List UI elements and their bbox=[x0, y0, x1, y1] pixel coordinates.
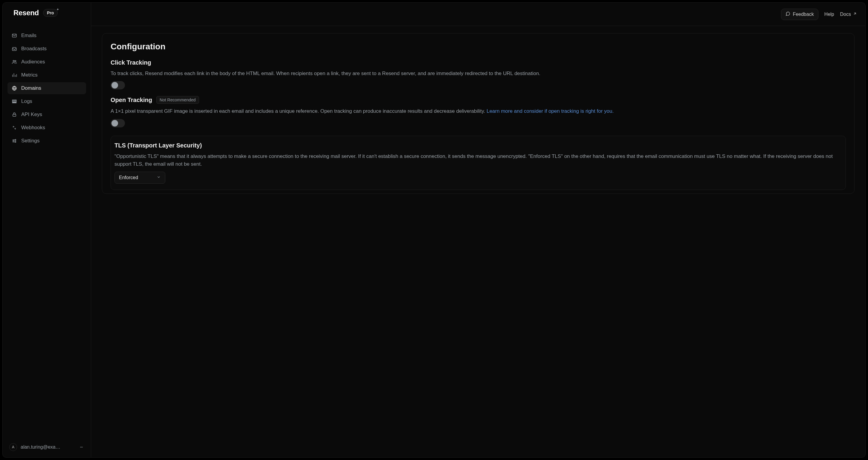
not-recommended-badge: Not Recommended bbox=[156, 96, 199, 104]
svg-point-1 bbox=[13, 60, 14, 62]
click-tracking-toggle[interactable] bbox=[111, 81, 125, 89]
open-tracking-toggle[interactable] bbox=[111, 119, 125, 127]
avatar[interactable]: A bbox=[9, 443, 17, 451]
brand-row: Resend Pro ✦ bbox=[7, 9, 86, 17]
chat-icon bbox=[785, 11, 790, 17]
app-frame: Resend Pro ✦ Emails Broadcasts bbox=[2, 2, 866, 458]
svg-rect-5 bbox=[12, 101, 17, 102]
docs-link[interactable]: Docs bbox=[840, 12, 857, 17]
mail-icon bbox=[12, 33, 17, 38]
svg-point-10 bbox=[15, 141, 16, 142]
sidebar-item-label: Settings bbox=[21, 138, 39, 144]
sidebar-item-label: Metrics bbox=[21, 72, 38, 78]
open-tracking-learn-more-link[interactable]: Learn more and consider if open tracking… bbox=[487, 108, 614, 114]
sidebar-item-api-keys[interactable]: API Keys bbox=[7, 109, 86, 120]
open-tracking-desc-text: A 1×1 pixel transparent GIF image is ins… bbox=[111, 108, 487, 114]
svg-rect-4 bbox=[12, 100, 17, 101]
inbox-icon bbox=[12, 46, 17, 52]
feedback-button[interactable]: Feedback bbox=[781, 9, 818, 20]
svg-point-9 bbox=[13, 141, 14, 141]
plan-badge: Pro ✦ bbox=[43, 9, 58, 17]
section-head: TLS (Transport Layer Security) bbox=[115, 142, 842, 149]
section-tls: TLS (Transport Layer Security) "Opportun… bbox=[111, 136, 846, 190]
section-title: Open Tracking bbox=[111, 96, 152, 104]
sidebar-footer: A alan.turing@exa… ··· bbox=[7, 440, 86, 454]
content-scroll[interactable]: Configuration Click Tracking To track cl… bbox=[91, 26, 865, 457]
sidebar-item-label: Emails bbox=[21, 33, 36, 38]
sidebar-item-domains[interactable]: Domains bbox=[7, 82, 86, 94]
feedback-label: Feedback bbox=[793, 12, 814, 17]
sidebar-item-metrics[interactable]: Metrics bbox=[7, 69, 86, 81]
section-title: Click Tracking bbox=[111, 59, 151, 66]
configuration-card: Configuration Click Tracking To track cl… bbox=[102, 33, 855, 194]
chart-icon bbox=[12, 73, 17, 78]
sidebar-item-label: Logs bbox=[21, 98, 32, 105]
section-open-tracking: Open Tracking Not Recommended A 1×1 pixe… bbox=[111, 96, 846, 127]
user-email: alan.turing@exa… bbox=[21, 444, 60, 450]
topbar: Feedback Help Docs bbox=[91, 3, 865, 26]
svg-point-2 bbox=[15, 60, 16, 62]
section-title: TLS (Transport Layer Security) bbox=[115, 142, 202, 149]
section-desc: "Opportunistic TLS" means that it always… bbox=[115, 152, 842, 168]
section-head: Open Tracking Not Recommended bbox=[111, 96, 846, 104]
sidebar-item-label: Domains bbox=[21, 85, 41, 91]
lock-icon bbox=[12, 112, 17, 117]
sidebar-item-emails[interactable]: Emails bbox=[7, 30, 86, 41]
section-desc: A 1×1 pixel transparent GIF image is ins… bbox=[111, 107, 846, 115]
sparkle-icon: ✦ bbox=[57, 8, 59, 11]
sliders-icon bbox=[12, 138, 17, 144]
user-menu-button[interactable]: ··· bbox=[78, 443, 84, 451]
plan-badge-label: Pro bbox=[47, 10, 54, 15]
svg-rect-6 bbox=[12, 103, 17, 103]
section-head: Click Tracking bbox=[111, 59, 846, 66]
page-title: Configuration bbox=[111, 42, 846, 52]
sidebar: Resend Pro ✦ Emails Broadcasts bbox=[3, 3, 91, 457]
sidebar-item-webhooks[interactable]: Webhooks bbox=[7, 122, 86, 134]
brand-logo: Resend bbox=[13, 9, 39, 17]
toggle-thumb bbox=[112, 120, 118, 126]
sidebar-nav: Emails Broadcasts Audiences Metrics bbox=[7, 30, 86, 147]
avatar-initial: A bbox=[12, 445, 14, 449]
main: Feedback Help Docs Configuration Click T… bbox=[91, 3, 865, 457]
toggle-thumb bbox=[112, 82, 118, 89]
sidebar-item-label: Webhooks bbox=[21, 125, 45, 131]
section-desc: To track clicks, Resend modifies each li… bbox=[111, 70, 846, 78]
users-icon bbox=[12, 59, 17, 65]
sidebar-item-broadcasts[interactable]: Broadcasts bbox=[7, 43, 86, 55]
tls-select[interactable]: Enforced bbox=[115, 172, 165, 184]
tls-select-value: Enforced bbox=[119, 175, 138, 180]
sidebar-item-audiences[interactable]: Audiences bbox=[7, 56, 86, 68]
sidebar-item-logs[interactable]: Logs bbox=[7, 95, 86, 107]
logs-icon bbox=[12, 99, 17, 104]
chevron-down-icon bbox=[157, 175, 161, 180]
sidebar-item-label: API Keys bbox=[21, 112, 42, 118]
external-icon bbox=[853, 12, 857, 17]
webhook-icon bbox=[12, 125, 17, 131]
globe-icon bbox=[12, 86, 17, 91]
sidebar-item-settings[interactable]: Settings bbox=[7, 135, 86, 147]
svg-point-8 bbox=[15, 139, 16, 140]
section-click-tracking: Click Tracking To track clicks, Resend m… bbox=[111, 59, 846, 89]
help-link[interactable]: Help bbox=[824, 12, 834, 17]
svg-rect-7 bbox=[13, 114, 16, 116]
sidebar-item-label: Broadcasts bbox=[21, 46, 46, 52]
sidebar-item-label: Audiences bbox=[21, 59, 45, 65]
